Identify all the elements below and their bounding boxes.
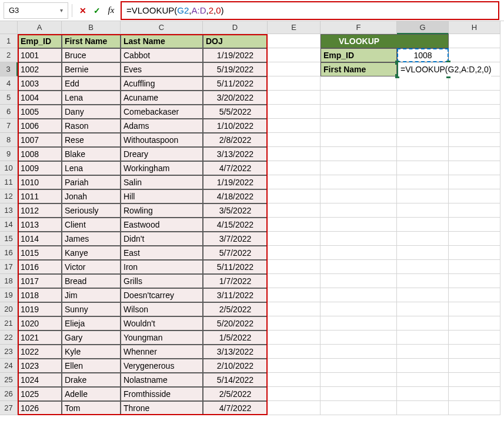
cell[interactable] <box>268 189 321 203</box>
row-header[interactable]: 26 <box>0 387 18 401</box>
column-header-E[interactable]: E <box>268 21 321 34</box>
row-header[interactable]: 13 <box>0 203 18 218</box>
fx-icon[interactable]: fx <box>104 4 118 18</box>
table-data-cell[interactable]: Eves <box>121 62 203 76</box>
table-data-cell[interactable]: Doesn'tcarrey <box>121 288 203 302</box>
cell[interactable] <box>397 302 449 316</box>
table-data-cell[interactable]: 1009 <box>18 161 62 175</box>
table-data-cell[interactable]: 3/20/2022 <box>203 91 268 105</box>
row-header[interactable]: 7 <box>0 119 18 133</box>
column-header-C[interactable]: C <box>121 21 203 34</box>
table-data-cell[interactable]: Victor <box>62 260 121 274</box>
table-data-cell[interactable]: 1/10/2022 <box>203 119 268 133</box>
table-data-cell[interactable]: 4/7/2022 <box>203 401 268 415</box>
table-data-cell[interactable]: 1012 <box>18 203 62 218</box>
row-header[interactable]: 17 <box>0 260 18 274</box>
table-data-cell[interactable]: Grills <box>121 274 203 288</box>
cell[interactable] <box>449 274 500 288</box>
table-data-cell[interactable]: Acuffling <box>121 76 203 91</box>
row-header[interactable]: 4 <box>0 76 18 91</box>
table-data-cell[interactable]: 1/7/2022 <box>203 274 268 288</box>
table-data-cell[interactable]: Eastwood <box>121 218 203 232</box>
table-data-cell[interactable]: 3/13/2022 <box>203 345 268 359</box>
cell[interactable] <box>321 147 397 161</box>
table-data-cell[interactable]: 1013 <box>18 218 62 232</box>
chevron-down-icon[interactable]: ▾ <box>60 7 63 14</box>
cell[interactable] <box>268 105 321 119</box>
table-data-cell[interactable]: 3/7/2022 <box>203 232 268 246</box>
row-header[interactable]: 16 <box>0 246 18 260</box>
table-data-cell[interactable]: Bread <box>62 274 121 288</box>
select-all-corner[interactable] <box>0 21 18 34</box>
cell[interactable] <box>321 387 397 401</box>
table-data-cell[interactable]: Whenner <box>121 345 203 359</box>
cell[interactable] <box>268 401 321 415</box>
cell[interactable] <box>321 189 397 203</box>
vlookup-title[interactable]: VLOOKUP <box>321 34 397 48</box>
cell[interactable] <box>321 105 397 119</box>
cell[interactable] <box>449 401 500 415</box>
table-data-cell[interactable]: Elieja <box>62 316 121 330</box>
cell[interactable] <box>321 401 397 415</box>
cell[interactable] <box>397 232 449 246</box>
cell[interactable] <box>321 260 397 274</box>
table-data-cell[interactable]: Adams <box>121 119 203 133</box>
table-data-cell[interactable]: 5/20/2022 <box>203 316 268 330</box>
cell[interactable] <box>268 161 321 175</box>
column-header-F[interactable]: F <box>321 21 397 34</box>
cell[interactable] <box>449 105 500 119</box>
table-header-cell[interactable]: Emp_ID <box>18 34 62 48</box>
table-data-cell[interactable]: 1006 <box>18 119 62 133</box>
table-data-cell[interactable]: 1025 <box>18 387 62 401</box>
cell[interactable] <box>449 232 500 246</box>
cell[interactable] <box>268 91 321 105</box>
cell[interactable] <box>397 91 449 105</box>
table-data-cell[interactable]: 1021 <box>18 330 62 345</box>
table-data-cell[interactable]: Client <box>62 218 121 232</box>
table-data-cell[interactable]: 1010 <box>18 175 62 189</box>
table-data-cell[interactable]: Jim <box>62 288 121 302</box>
row-header[interactable]: 24 <box>0 359 18 373</box>
column-header-B[interactable]: B <box>62 21 121 34</box>
cell[interactable] <box>449 302 500 316</box>
cell[interactable] <box>449 161 500 175</box>
cell[interactable] <box>268 218 321 232</box>
table-data-cell[interactable]: Withoutaspoon <box>121 133 203 147</box>
table-data-cell[interactable]: Hill <box>121 189 203 203</box>
table-data-cell[interactable]: Ellen <box>62 359 121 373</box>
row-header[interactable]: 9 <box>0 147 18 161</box>
table-data-cell[interactable]: Fromthisside <box>121 387 203 401</box>
column-header-G[interactable]: G <box>397 21 449 34</box>
cell[interactable] <box>321 302 397 316</box>
cell[interactable] <box>449 218 500 232</box>
cell[interactable] <box>268 34 321 48</box>
cell[interactable] <box>449 76 500 91</box>
table-data-cell[interactable]: Comebackaser <box>121 105 203 119</box>
spreadsheet-grid[interactable]: ABCDEFGH1Emp_IDFirst NameLast NameDOJVLO… <box>0 21 504 424</box>
cell[interactable] <box>321 91 397 105</box>
table-data-cell[interactable]: Jonah <box>62 189 121 203</box>
column-header-A[interactable]: A <box>18 21 62 34</box>
cell[interactable] <box>321 76 397 91</box>
table-data-cell[interactable]: Bruce <box>62 48 121 62</box>
row-header[interactable]: 11 <box>0 175 18 189</box>
name-box[interactable]: G3 ▾ <box>4 2 68 19</box>
cell[interactable] <box>449 133 500 147</box>
table-data-cell[interactable]: 5/11/2022 <box>203 260 268 274</box>
cell[interactable] <box>268 175 321 189</box>
table-data-cell[interactable]: 1005 <box>18 105 62 119</box>
table-data-cell[interactable]: Throne <box>121 401 203 415</box>
cell[interactable] <box>268 203 321 218</box>
row-header[interactable]: 6 <box>0 105 18 119</box>
vlookup-empid-label[interactable]: Emp_ID <box>321 48 397 62</box>
cell[interactable] <box>449 175 500 189</box>
table-data-cell[interactable]: 5/5/2022 <box>203 105 268 119</box>
cell[interactable] <box>268 316 321 330</box>
cell[interactable] <box>397 345 449 359</box>
table-data-cell[interactable]: 1017 <box>18 274 62 288</box>
table-data-cell[interactable]: 1003 <box>18 76 62 91</box>
table-header-cell[interactable]: DOJ <box>203 34 268 48</box>
cell[interactable] <box>449 246 500 260</box>
table-data-cell[interactable]: Cabbot <box>121 48 203 62</box>
table-data-cell[interactable]: 1/19/2022 <box>203 175 268 189</box>
